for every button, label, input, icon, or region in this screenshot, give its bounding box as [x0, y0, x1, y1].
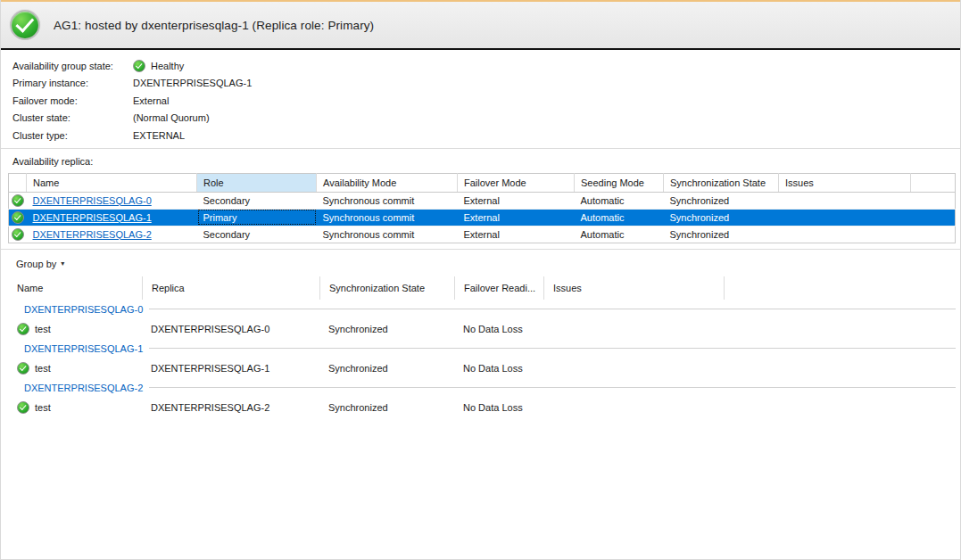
db-column-header-issues[interactable]: Issues: [543, 276, 724, 300]
replica-row[interactable]: DXENTERPRISESQLAG-0 Secondary Synchronou…: [9, 192, 956, 209]
database-sync-state-cell: Synchronized: [319, 363, 454, 374]
column-header-filler: [911, 173, 956, 192]
group-by-button[interactable]: Group by ▾: [12, 256, 68, 272]
database-replica-cell: DXENTERPRISESQLAG-2: [142, 402, 319, 413]
summary-row: Cluster state: (Normal Quorum): [12, 110, 960, 128]
database-row[interactable]: test DXENTERPRISESQLAG-0 Synchronized No…: [8, 319, 956, 339]
column-header-synchronization-state[interactable]: Synchronization State: [664, 173, 779, 192]
replica-failover-mode-cell: External: [458, 226, 575, 243]
replica-row[interactable]: DXENTERPRISESQLAG-1 Primary Synchronous …: [9, 209, 956, 226]
database-row[interactable]: test DXENTERPRISESQLAG-1 Synchronized No…: [8, 358, 956, 378]
database-name-cell: test: [8, 401, 142, 414]
database-failover-readiness-cell: No Data Loss: [454, 324, 543, 334]
summary-label: Failover mode:: [12, 95, 133, 106]
replica-seeding-mode-cell: Automatic: [575, 192, 664, 209]
summary-value: DXENTERPRISESQLAG-1: [133, 78, 252, 88]
database-replica-cell: DXENTERPRISESQLAG-1: [142, 363, 319, 374]
column-header-failover-mode[interactable]: Failover Mode: [458, 173, 575, 192]
database-name-cell: test: [8, 362, 142, 375]
summary-label: Cluster state:: [12, 112, 133, 123]
replica-sync-state-cell: Synchronized: [664, 192, 779, 209]
replica-availability-mode-cell: Synchronous commit: [317, 209, 458, 226]
database-group-header[interactable]: DXENTERPRISESQLAG-1: [8, 339, 956, 358]
ag-healthy-icon: [10, 10, 40, 40]
page-title: AG1: hosted by dxenterprisesqlag-1 (Repl…: [54, 19, 374, 32]
replica-name-link[interactable]: DXENTERPRISESQLAG-0: [33, 195, 152, 206]
replica-row[interactable]: DXENTERPRISESQLAG-2 Secondary Synchronou…: [9, 226, 956, 243]
database-name: test: [35, 363, 51, 374]
database-name-cell: test: [8, 323, 142, 335]
replica-issues-cell: [779, 226, 911, 243]
db-column-header-name[interactable]: Name: [8, 276, 142, 300]
db-column-header-replica[interactable]: Replica: [142, 276, 319, 300]
summary-row: Cluster type: EXTERNAL: [12, 127, 960, 144]
column-header-role[interactable]: Role: [197, 173, 317, 192]
group-header-rule: [149, 309, 956, 309]
column-header-status-icon[interactable]: [9, 173, 27, 192]
summary-row: Primary instance: DXENTERPRISESQLAG-1: [12, 75, 960, 93]
group-header-label: DXENTERPRISESQLAG-2: [24, 383, 143, 393]
column-header-issues[interactable]: Issues: [779, 173, 911, 192]
replica-filler-cell: [911, 192, 956, 209]
summary-row: Failover mode: External: [12, 92, 960, 110]
replica-name-link[interactable]: DXENTERPRISESQLAG-1: [33, 212, 152, 223]
summary-value: EXTERNAL: [133, 130, 185, 141]
summary-row: Availability group state: Healthy: [12, 57, 960, 75]
database-status-icon: [17, 401, 29, 414]
summary-label: Cluster type:: [12, 130, 133, 141]
databases-table: NameReplicaSynchronization StateFailover…: [8, 276, 956, 417]
database-status-icon: [17, 362, 29, 375]
db-column-header-synchronization-state[interactable]: Synchronization State: [319, 276, 454, 300]
column-header-availability-mode[interactable]: Availability Mode: [317, 173, 458, 192]
replica-status-cell: [9, 209, 27, 226]
database-failover-readiness-cell: No Data Loss: [454, 402, 543, 413]
replica-filler-cell: [911, 226, 956, 243]
replica-section-label: Availability replica:: [1, 149, 960, 173]
group-header-label: DXENTERPRISESQLAG-1: [24, 343, 143, 354]
replica-sync-state-cell: Synchronized: [664, 209, 779, 226]
column-header-seeding-mode[interactable]: Seeding Mode: [575, 173, 664, 192]
healthy-status-icon: [133, 60, 145, 72]
database-group-header[interactable]: DXENTERPRISESQLAG-2: [8, 378, 956, 398]
dashboard-header: AG1: hosted by dxenterprisesqlag-1 (Repl…: [1, 0, 960, 50]
group-by-label: Group by: [16, 259, 56, 269]
chevron-down-icon: ▾: [61, 260, 64, 268]
replica-status-icon: [12, 194, 24, 207]
summary-value: External: [133, 95, 169, 106]
database-replica-cell: DXENTERPRISESQLAG-0: [142, 324, 319, 334]
availability-replica-table: NameRoleAvailability ModeFailover ModeSe…: [8, 173, 956, 243]
ag-summary: Availability group state: Healthy Primar…: [1, 50, 960, 148]
db-column-header-filler: [724, 276, 956, 300]
column-header-name[interactable]: Name: [27, 173, 197, 192]
replica-sync-state-cell: Synchronized: [664, 226, 779, 243]
summary-label: Availability group state:: [12, 61, 133, 71]
replica-seeding-mode-cell: Automatic: [575, 226, 664, 243]
replica-name-cell: DXENTERPRISESQLAG-0: [27, 192, 197, 209]
database-name: test: [35, 402, 51, 413]
databases-groups: DXENTERPRISESQLAG-0 test DXENTERPRISESQL…: [8, 300, 956, 417]
replica-name-link[interactable]: DXENTERPRISESQLAG-2: [33, 229, 152, 240]
database-row[interactable]: test DXENTERPRISESQLAG-2 Synchronized No…: [8, 398, 956, 417]
summary-label: Primary instance:: [12, 78, 133, 88]
database-status-icon: [17, 323, 29, 335]
replica-filler-cell: [911, 209, 956, 226]
database-group-header[interactable]: DXENTERPRISESQLAG-0: [8, 300, 956, 319]
database-name: test: [35, 324, 51, 334]
databases-table-header-row: NameReplicaSynchronization StateFailover…: [8, 276, 956, 300]
replica-name-cell: DXENTERPRISESQLAG-1: [27, 209, 197, 226]
replica-name-cell: DXENTERPRISESQLAG-2: [27, 226, 197, 243]
db-column-header-failover-readi[interactable]: Failover Readi...: [454, 276, 543, 300]
replica-role-cell: Secondary: [197, 226, 317, 243]
summary-value: Healthy: [151, 61, 184, 71]
replica-availability-mode-cell: Synchronous commit: [317, 226, 458, 243]
database-failover-readiness-cell: No Data Loss: [454, 363, 543, 374]
replica-status-cell: [9, 192, 27, 209]
group-header-label: DXENTERPRISESQLAG-0: [24, 304, 143, 315]
replica-status-icon: [12, 228, 24, 241]
replica-role-cell: Secondary: [197, 192, 317, 209]
replica-availability-mode-cell: Synchronous commit: [317, 192, 458, 209]
ag-dashboard-window: AG1: hosted by dxenterprisesqlag-1 (Repl…: [0, 0, 961, 560]
replica-table-header-row: NameRoleAvailability ModeFailover ModeSe…: [9, 173, 956, 192]
replica-failover-mode-cell: External: [458, 209, 575, 226]
databases-toolbar: Group by ▾: [1, 250, 960, 276]
